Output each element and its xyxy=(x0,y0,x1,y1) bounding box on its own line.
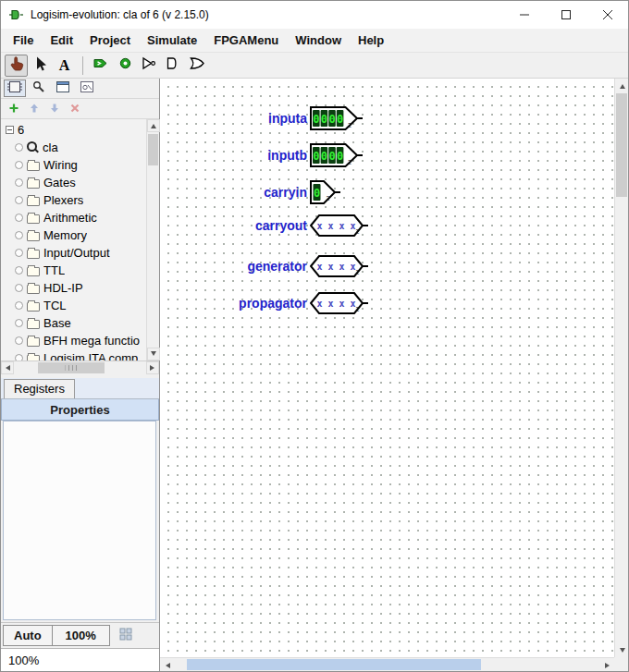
tree-item-icon xyxy=(27,232,40,241)
tab-properties[interactable]: Properties xyxy=(1,399,159,421)
text-tool-button[interactable]: A xyxy=(53,55,76,77)
scroll-down-button[interactable] xyxy=(147,348,160,360)
canvas-horizontal-scrollbar[interactable] xyxy=(160,657,614,671)
circuit-canvas[interactable]: inputa 0000 2 inputb 0000 2 carryin 0 2 … xyxy=(160,79,628,671)
expander-icon[interactable] xyxy=(15,196,23,204)
and-gate-tool-button[interactable] xyxy=(162,55,185,77)
menu-item[interactable]: File xyxy=(5,30,42,51)
scroll-left-button[interactable] xyxy=(160,658,174,672)
expander-icon[interactable] xyxy=(15,266,23,275)
tab-registers[interactable]: Registers xyxy=(4,379,75,398)
expander-icon[interactable] xyxy=(15,214,23,222)
scroll-track[interactable] xyxy=(14,361,146,374)
tree-item[interactable]: Memory xyxy=(1,226,146,244)
edit-tool-button[interactable] xyxy=(29,55,52,77)
menu-item[interactable]: Simulate xyxy=(139,30,205,51)
canvas-vertical-scrollbar[interactable] xyxy=(614,79,628,657)
minimize-button[interactable] xyxy=(503,1,545,29)
tree-item[interactable]: Arithmetic xyxy=(1,209,146,226)
expander-icon[interactable] xyxy=(15,336,23,345)
expander-icon[interactable] xyxy=(6,126,14,134)
component-carryout[interactable]: carryout x x x x 2 xyxy=(160,214,369,238)
tree-root-project[interactable]: 6 xyxy=(1,121,146,139)
menu-item[interactable]: Window xyxy=(287,30,350,51)
component-inputb[interactable]: inputb 0000 2 xyxy=(160,143,364,167)
scroll-track[interactable] xyxy=(615,92,628,643)
menu-item[interactable]: Help xyxy=(350,30,392,51)
tree-item-icon xyxy=(27,285,40,294)
canvas-view[interactable]: inputa 0000 2 inputb 0000 2 carryin 0 2 … xyxy=(160,79,614,657)
tree-item[interactable]: Wiring xyxy=(1,156,146,174)
component-propagator[interactable]: propagator x x x x 2 xyxy=(160,291,369,315)
delete-circuit-button[interactable] xyxy=(67,102,83,116)
scroll-up-button[interactable] xyxy=(615,79,629,92)
component-inputa[interactable]: inputa 0000 2 xyxy=(160,106,364,130)
or-gate-tool-button[interactable] xyxy=(186,55,209,77)
scroll-track[interactable] xyxy=(174,658,600,671)
tree-vertical-scrollbar[interactable] xyxy=(146,119,159,360)
expander-icon[interactable] xyxy=(15,354,23,360)
toolbox-view-button[interactable] xyxy=(4,79,26,97)
appearance-editor-button[interactable] xyxy=(76,79,98,97)
scroll-right-button[interactable] xyxy=(600,658,614,672)
scroll-thumb[interactable] xyxy=(38,362,105,373)
scroll-up-button[interactable] xyxy=(147,119,160,132)
input-pin-tool-button[interactable] xyxy=(90,55,113,77)
zoom-level-button[interactable]: 100% xyxy=(53,625,110,646)
menu-item[interactable]: Project xyxy=(81,30,139,51)
add-circuit-button[interactable] xyxy=(6,102,22,116)
layout-editor-button[interactable] xyxy=(52,79,74,97)
menu-item[interactable]: FPGAMenu xyxy=(205,30,287,51)
close-button[interactable] xyxy=(586,1,628,29)
lower-tab-strip: Registers xyxy=(1,378,159,399)
auto-zoom-button[interactable]: Auto xyxy=(3,625,53,646)
scroll-thumb[interactable] xyxy=(616,93,627,197)
scroll-down-button[interactable] xyxy=(615,643,629,657)
output-pin-tool-button[interactable] xyxy=(114,55,137,77)
explorer-pane: 6 cla xyxy=(1,119,159,361)
menu-item[interactable]: Edit xyxy=(42,30,81,51)
scroll-thumb[interactable] xyxy=(187,659,481,670)
expander-icon[interactable] xyxy=(15,249,23,257)
tree-item[interactable]: BFH mega functio xyxy=(1,332,146,349)
expander-icon[interactable] xyxy=(15,301,23,310)
expander-icon[interactable] xyxy=(15,143,23,152)
tree-item[interactable]: Base xyxy=(1,314,146,332)
output-pin-shape[interactable]: x x x x 2 xyxy=(310,291,369,315)
simulation-view-button[interactable] xyxy=(28,79,50,97)
tree-item-icon xyxy=(27,250,40,259)
maximize-button[interactable] xyxy=(545,1,586,29)
component-generator[interactable]: generator x x x x 2 xyxy=(160,254,369,278)
input-pin-shape[interactable]: 0000 2 xyxy=(310,143,364,167)
not-gate-tool-button[interactable] xyxy=(138,55,161,77)
expander-icon[interactable] xyxy=(15,319,23,327)
output-pin-shape[interactable]: x x x x 2 xyxy=(310,254,369,278)
move-circuit-up-button[interactable] xyxy=(26,102,43,116)
poke-tool-button[interactable] xyxy=(5,55,28,77)
tree-item[interactable]: TCL xyxy=(1,297,146,314)
tree-item[interactable]: HDL-IP xyxy=(1,279,146,297)
scroll-thumb[interactable] xyxy=(148,134,158,165)
scroll-left-button[interactable] xyxy=(1,361,14,374)
move-circuit-down-button[interactable] xyxy=(46,102,63,116)
tree-item[interactable]: cla xyxy=(1,139,146,156)
expander-icon[interactable] xyxy=(15,178,23,187)
expander-icon[interactable] xyxy=(15,161,23,169)
expander-icon[interactable] xyxy=(15,284,23,292)
tree-item[interactable]: Gates xyxy=(1,174,146,191)
svg-text:0: 0 xyxy=(328,150,335,163)
output-pin-shape[interactable]: x x x x 2 xyxy=(310,214,369,238)
component-carryin[interactable]: carryin 0 2 xyxy=(160,180,341,204)
tree-item[interactable]: Plexers xyxy=(1,191,146,209)
tree-item[interactable]: Logisim ITA comp xyxy=(1,349,146,360)
tree-horizontal-scrollbar[interactable] xyxy=(1,361,159,374)
scroll-track[interactable] xyxy=(147,132,159,348)
input-pin-shape[interactable]: 0000 2 xyxy=(310,106,364,130)
tree-item[interactable]: Input/Output xyxy=(1,244,146,262)
input-pin-shape[interactable]: 0 2 xyxy=(310,180,341,204)
grid-toggle-button[interactable] xyxy=(116,627,136,645)
pin-label: generator xyxy=(160,259,310,274)
scroll-right-button[interactable] xyxy=(146,361,159,374)
tree-item[interactable]: TTL xyxy=(1,262,146,279)
expander-icon[interactable] xyxy=(15,231,23,239)
